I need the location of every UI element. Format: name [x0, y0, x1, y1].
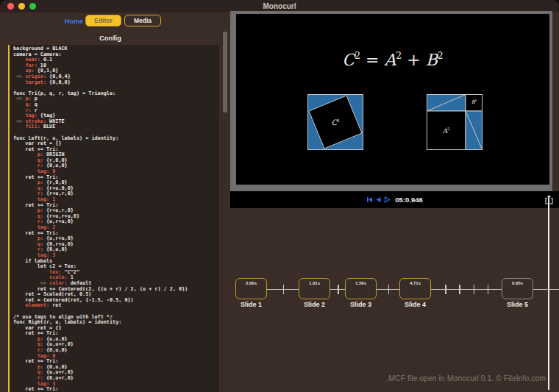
- timeline-tick: [388, 285, 390, 294]
- tab-home[interactable]: Home: [65, 18, 83, 25]
- code-line: q: q: [13, 102, 219, 108]
- slide-box[interactable]: 0.95s: [502, 278, 533, 299]
- code-line: <> p: p: [13, 96, 219, 102]
- timeline-tick: [474, 285, 475, 294]
- slide-label: Slide 4: [392, 301, 438, 308]
- slide-duration: 1.50s: [346, 281, 376, 285]
- timeline-tick: [459, 285, 460, 294]
- playback-time: 05:0.946: [395, 196, 423, 204]
- ab-squared-diagram: A2 B2: [427, 94, 483, 150]
- tab-media[interactable]: Media: [124, 15, 161, 26]
- skip-to-start-icon[interactable]: [366, 196, 373, 203]
- tab-editor[interactable]: Editor: [85, 15, 121, 26]
- footer-watermark: .MCF file open in Monocurl 0.1. © FileIn…: [386, 374, 546, 382]
- c-squared-diagram: C2: [307, 94, 363, 150]
- preview-canvas[interactable]: C2 = A2 + B2 C2 A2: [236, 14, 549, 185]
- code-line: target: {0,0,0}: [13, 80, 219, 86]
- editor-panel: Home Editor Media Config background = BL…: [0, 13, 229, 392]
- timeline-tick: [338, 285, 339, 294]
- monocurl-window: Monocurl Home Editor Media Config backgr…: [0, 0, 559, 392]
- slide-label: Slide 5: [494, 301, 541, 308]
- slide-label: Slide 1: [228, 301, 274, 308]
- timeline-panel: 2.00sSlide 11.01sSlide 21.50sSlide 34.71…: [230, 208, 559, 392]
- play-icon[interactable]: [384, 196, 391, 203]
- playback-bar: 05:0.946: [230, 191, 559, 208]
- preview-frame: C2 = A2 + B2 C2 A2: [230, 11, 552, 191]
- timeline-tick: [283, 285, 285, 294]
- slide-box[interactable]: 1.50s: [345, 278, 377, 299]
- code-line: fill: BLUE: [13, 124, 219, 130]
- slide-duration: 1.01s: [299, 281, 330, 285]
- slide-box[interactable]: 4.71s: [399, 278, 431, 299]
- editor-scrollbar[interactable]: [223, 32, 227, 113]
- slide-label: Slide 3: [338, 301, 384, 308]
- config-header: Config: [0, 34, 221, 42]
- step-back-icon[interactable]: [375, 196, 382, 203]
- code-editor[interactable]: background = BLACKcamera = Camera: near:…: [8, 45, 219, 392]
- slide-box[interactable]: 1.01s: [299, 278, 330, 299]
- slide-box[interactable]: 2.00s: [235, 278, 267, 299]
- timeline-scrollbar[interactable]: [548, 197, 549, 390]
- code-line: func Tri(p, q, r, tag) = Triangle:: [13, 91, 219, 97]
- c-squared-label: C2: [307, 118, 363, 126]
- slide-duration: 0.95s: [502, 281, 533, 285]
- a-squared-label: A2: [427, 126, 466, 135]
- code-line: element: ret: [13, 303, 219, 309]
- timeline-tick: [488, 285, 489, 294]
- timeline-tick: [445, 285, 446, 294]
- slide-duration: 2.00s: [236, 281, 266, 285]
- slide-label: Slide 2: [291, 301, 338, 308]
- theorem-formula: C2 = A2 + B2: [236, 51, 549, 69]
- code-line: ret += Tri:: [13, 387, 219, 392]
- slide-duration: 4.71s: [400, 281, 430, 285]
- b-squared-label: B2: [466, 99, 483, 105]
